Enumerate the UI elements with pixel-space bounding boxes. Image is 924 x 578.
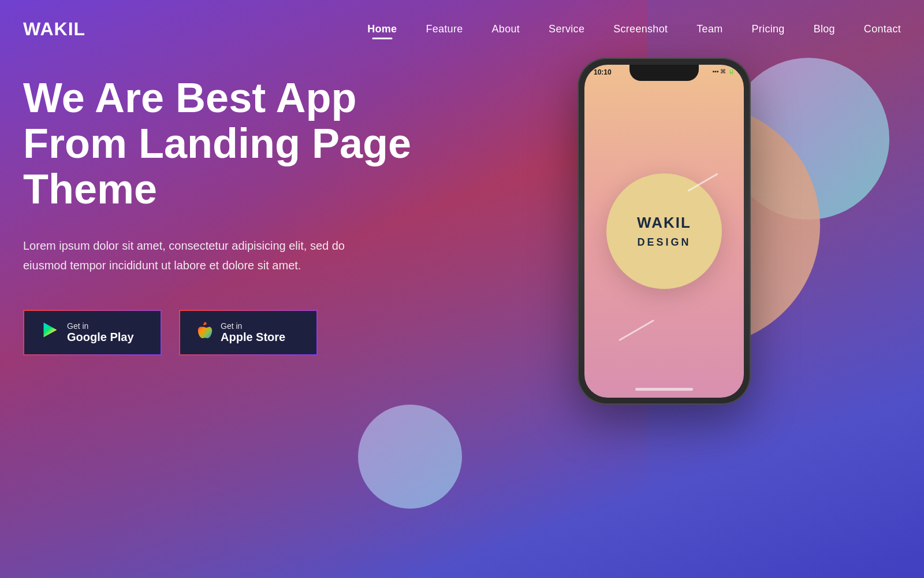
nav-link-screenshot[interactable]: Screenshot bbox=[613, 23, 668, 35]
nav-item-about[interactable]: About bbox=[492, 23, 520, 35]
google-play-label-top: Get in bbox=[67, 321, 134, 331]
google-play-text: Get in Google Play bbox=[67, 321, 134, 344]
nav-link-about[interactable]: About bbox=[492, 23, 520, 35]
google-play-button[interactable]: Get in Google Play bbox=[23, 310, 162, 355]
phone-screen: 10:10 ▪▪▪ ⌘ 🔋 WAKIL DESIGN bbox=[584, 65, 744, 398]
nav-link-home[interactable]: Home bbox=[367, 23, 397, 35]
nav-item-service[interactable]: Service bbox=[549, 23, 584, 35]
phone-time: 10:10 bbox=[594, 68, 612, 76]
phone-center-circle: WAKIL DESIGN bbox=[606, 173, 722, 289]
nav-item-home[interactable]: Home bbox=[367, 23, 397, 35]
circle-bottom-left bbox=[358, 405, 462, 509]
apple-store-button[interactable]: Get in Apple Store bbox=[179, 310, 318, 355]
nav-links: Home Feature About Service Screenshot Te… bbox=[367, 23, 901, 35]
nav-item-pricing[interactable]: Pricing bbox=[752, 23, 785, 35]
logo: WAKIL bbox=[23, 18, 85, 40]
google-play-label-bottom: Google Play bbox=[67, 331, 134, 344]
apple-store-label-bottom: Apple Store bbox=[221, 331, 285, 344]
apple-icon bbox=[198, 322, 213, 343]
nav-item-screenshot[interactable]: Screenshot bbox=[613, 23, 668, 35]
phone-sub: DESIGN bbox=[637, 236, 691, 249]
phone-outer: 10:10 ▪▪▪ ⌘ 🔋 WAKIL DESIGN bbox=[578, 58, 751, 405]
phone-decorative-line-2 bbox=[619, 320, 654, 342]
nav-link-blog[interactable]: Blog bbox=[814, 23, 835, 35]
store-buttons: Get in Google Play bbox=[23, 310, 427, 355]
apple-store-text: Get in Apple Store bbox=[221, 321, 285, 344]
nav-link-team[interactable]: Team bbox=[696, 23, 722, 35]
navbar: WAKIL Home Feature About Service Screens… bbox=[0, 0, 924, 58]
nav-link-pricing[interactable]: Pricing bbox=[752, 23, 785, 35]
hero-title: We Are Best App From Landing Page Theme bbox=[23, 75, 427, 213]
phone-mockup: 10:10 ▪▪▪ ⌘ 🔋 WAKIL DESIGN bbox=[578, 58, 751, 405]
nav-item-contact[interactable]: Contact bbox=[864, 23, 901, 35]
google-play-icon bbox=[42, 322, 59, 343]
nav-item-team[interactable]: Team bbox=[696, 23, 722, 35]
phone-status-bar: 10:10 ▪▪▪ ⌘ 🔋 bbox=[584, 65, 744, 88]
phone-brand: WAKIL bbox=[637, 214, 691, 232]
hero-description: Lorem ipsum dolor sit amet, consectetur … bbox=[23, 236, 381, 275]
hero-content: We Are Best App From Landing Page Theme … bbox=[23, 75, 427, 355]
nav-item-feature[interactable]: Feature bbox=[426, 23, 463, 35]
phone-status-icons: ▪▪▪ ⌘ 🔋 bbox=[713, 68, 735, 75]
nav-link-service[interactable]: Service bbox=[549, 23, 584, 35]
nav-link-contact[interactable]: Contact bbox=[864, 23, 901, 35]
phone-home-indicator bbox=[635, 388, 693, 391]
nav-link-feature[interactable]: Feature bbox=[426, 23, 463, 35]
nav-item-blog[interactable]: Blog bbox=[814, 23, 835, 35]
apple-store-label-top: Get in bbox=[221, 321, 285, 331]
